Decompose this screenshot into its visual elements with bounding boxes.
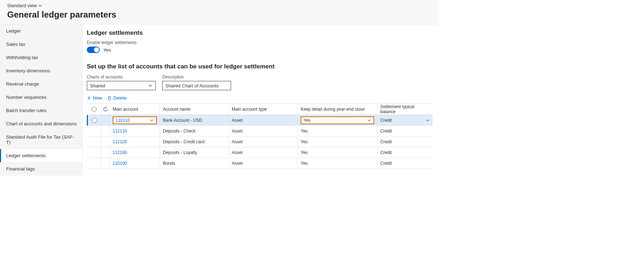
keep-detail-cell: Yes (298, 147, 377, 158)
col-account-type[interactable]: Main account type (229, 104, 298, 115)
trash-icon (107, 96, 112, 100)
enable-label: Enable ledger settlements (87, 40, 433, 45)
col-main-account[interactable]: Main account (110, 104, 160, 115)
sidebar-item-batch-transfer-rules[interactable]: Batch transfer rules (0, 104, 82, 117)
account-type-cell: Asset (229, 136, 298, 147)
chevron-down-icon (148, 83, 152, 88)
main-account-cell[interactable]: 112120 (113, 139, 127, 144)
account-type-cell: Asset (229, 147, 298, 158)
balance-cell: Credit (377, 126, 433, 136)
sidebar-item-withholding-tax[interactable]: Withholding tax (0, 51, 82, 64)
table-row[interactable]: 110110 Bank Account - USD Asset Yes Cred… (87, 115, 433, 126)
section-title: Ledger settlements (87, 29, 433, 37)
account-name-cell: Deposits - Check (160, 126, 229, 136)
account-type-cell: Asset (229, 158, 298, 168)
coa-label: Charts of accounts (87, 74, 156, 80)
setup-title: Set up the list of accounts that can be … (87, 63, 433, 70)
balance-cell: Credit (377, 136, 433, 147)
main-account-cell[interactable]: 110110 (113, 116, 157, 124)
account-name-cell: Bonds (160, 158, 229, 168)
select-all-header[interactable] (87, 104, 101, 115)
main-account-cell[interactable]: 120100 (113, 161, 127, 166)
desc-value: Shared Chart of Accounts (165, 83, 218, 88)
chevron-down-icon (367, 118, 371, 122)
refresh-icon (103, 107, 108, 112)
table-row[interactable]: 112110 Deposits - Check Asset Yes Credit (87, 126, 433, 136)
col-keep-detail[interactable]: Keep detail during year-end close (298, 104, 377, 115)
keep-detail-cell: Yes (298, 136, 377, 147)
chevron-down-icon (426, 118, 430, 122)
sidebar-item-inventory-dimensions[interactable]: Inventory dimensions (0, 64, 82, 77)
col-balance[interactable]: Settlement typical balance (377, 104, 433, 115)
table-row[interactable]: 112120 Deposits - Credit card Asset Yes … (87, 136, 433, 147)
chevron-down-icon (150, 118, 154, 122)
sidebar: Ledger Sales tax Withholding tax Invento… (0, 24, 83, 175)
view-label: Standard view (7, 3, 37, 8)
account-name-cell: Deposits - Credit card (160, 136, 229, 147)
view-switcher[interactable]: Standard view (7, 3, 42, 8)
sidebar-item-financial-tags[interactable]: Financial tags (0, 162, 82, 175)
sidebar-item-ledger[interactable]: Ledger (0, 24, 82, 38)
desc-label: Description (162, 74, 231, 80)
main-account-cell[interactable]: 112160 (113, 150, 127, 155)
sidebar-item-reverse-charge[interactable]: Reverse charge (0, 77, 82, 91)
keep-detail-cell: Yes (298, 126, 377, 136)
account-name-cell: Bank Account - USD (160, 115, 229, 125)
plus-icon (87, 96, 91, 100)
grid-header: Main account Account name Main account t… (87, 104, 433, 115)
keep-detail-cell: Yes (298, 158, 377, 168)
coa-value: Shared (90, 83, 105, 88)
delete-button[interactable]: Delete (107, 95, 127, 101)
page-title: General ledger parameters (7, 10, 431, 20)
balance-cell: Credit (377, 158, 433, 168)
keep-detail-cell[interactable]: Yes (301, 116, 374, 124)
table-row[interactable]: 120100 Bonds Asset Yes Credit (87, 158, 433, 169)
sidebar-item-ledger-settlements[interactable]: Ledger settlements (0, 149, 82, 162)
account-type-cell: Asset (229, 115, 298, 125)
new-button[interactable]: New (87, 95, 102, 101)
desc-input[interactable]: Shared Chart of Accounts (162, 81, 231, 90)
chevron-down-icon (38, 4, 42, 8)
main-account-cell[interactable]: 112110 (113, 129, 127, 134)
toggle-value: Yes (103, 47, 111, 53)
sidebar-item-saf-t[interactable]: Standard Audit File for Tax (SAF-T) (0, 130, 82, 149)
accounts-grid: Main account Account name Main account t… (87, 103, 433, 169)
refresh-header[interactable] (101, 104, 110, 115)
sidebar-item-number-sequences[interactable]: Number sequences (0, 91, 82, 104)
account-name-cell: Deposits - Loyalty (160, 147, 229, 158)
account-type-cell: Asset (229, 126, 298, 136)
sidebar-item-chart-of-accounts[interactable]: Chart of accounts and dimensions (0, 117, 82, 130)
enable-toggle[interactable] (87, 47, 100, 53)
coa-select[interactable]: Shared (87, 81, 156, 90)
main-panel: Ledger settlements Enable ledger settlem… (83, 24, 438, 175)
col-account-name[interactable]: Account name (160, 104, 229, 115)
sidebar-item-sales-tax[interactable]: Sales tax (0, 38, 82, 51)
balance-cell: Credit (377, 147, 433, 158)
row-select[interactable] (92, 118, 97, 123)
page-header: Standard view General ledger parameters (0, 0, 438, 24)
table-row[interactable]: 112160 Deposits - Loyalty Asset Yes Cred… (87, 147, 433, 158)
balance-cell[interactable]: Credit (377, 115, 433, 125)
